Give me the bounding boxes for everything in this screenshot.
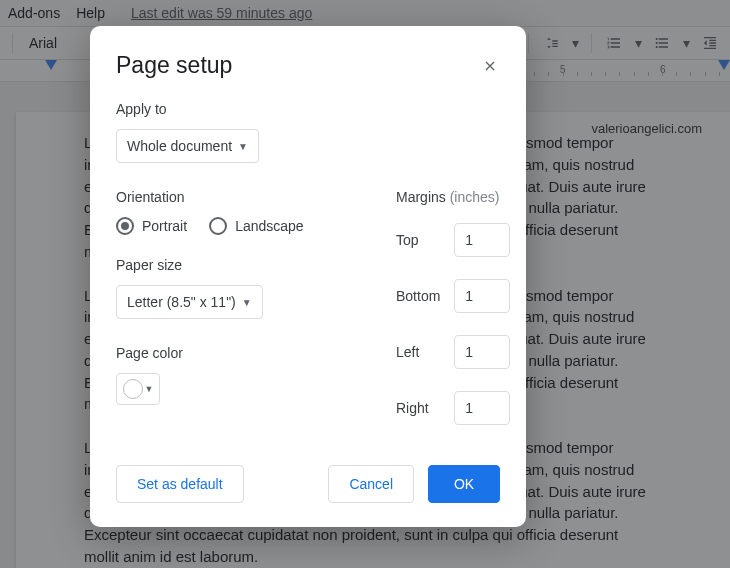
radio-icon: [116, 217, 134, 235]
apply-to-label: Apply to: [116, 101, 500, 117]
margin-top-label: Top: [396, 232, 440, 248]
page-setup-dialog: Page setup Apply to Whole document ▼ Ori…: [90, 26, 526, 527]
color-swatch: [123, 379, 143, 399]
set-as-default-button[interactable]: Set as default: [116, 465, 244, 503]
margin-bottom-label: Bottom: [396, 288, 440, 304]
close-icon[interactable]: [478, 54, 502, 78]
orientation-landscape-radio[interactable]: Landscape: [209, 217, 304, 235]
dialog-title: Page setup: [116, 52, 500, 79]
margin-top-input[interactable]: [454, 223, 510, 257]
margin-left-label: Left: [396, 344, 440, 360]
apply-to-select[interactable]: Whole document ▼: [116, 129, 259, 163]
margin-right-label: Right: [396, 400, 440, 416]
chevron-down-icon: ▼: [145, 384, 154, 394]
chevron-down-icon: ▼: [238, 141, 248, 152]
margin-bottom-input[interactable]: [454, 279, 510, 313]
ok-button[interactable]: OK: [428, 465, 500, 503]
margin-left-input[interactable]: [454, 335, 510, 369]
apply-to-value: Whole document: [127, 138, 232, 154]
page-color-select[interactable]: ▼: [116, 373, 160, 405]
margins-unit: (inches): [450, 189, 500, 205]
radio-label: Portrait: [142, 218, 187, 234]
paper-size-label: Paper size: [116, 257, 356, 273]
page-color-label: Page color: [116, 345, 356, 361]
paper-size-value: Letter (8.5" x 11"): [127, 294, 236, 310]
orientation-portrait-radio[interactable]: Portrait: [116, 217, 187, 235]
margins-label: Margins: [396, 189, 446, 205]
margin-right-input[interactable]: [454, 391, 510, 425]
orientation-label: Orientation: [116, 189, 356, 205]
radio-icon: [209, 217, 227, 235]
radio-label: Landscape: [235, 218, 304, 234]
chevron-down-icon: ▼: [242, 297, 252, 308]
cancel-button[interactable]: Cancel: [328, 465, 414, 503]
paper-size-select[interactable]: Letter (8.5" x 11") ▼: [116, 285, 263, 319]
